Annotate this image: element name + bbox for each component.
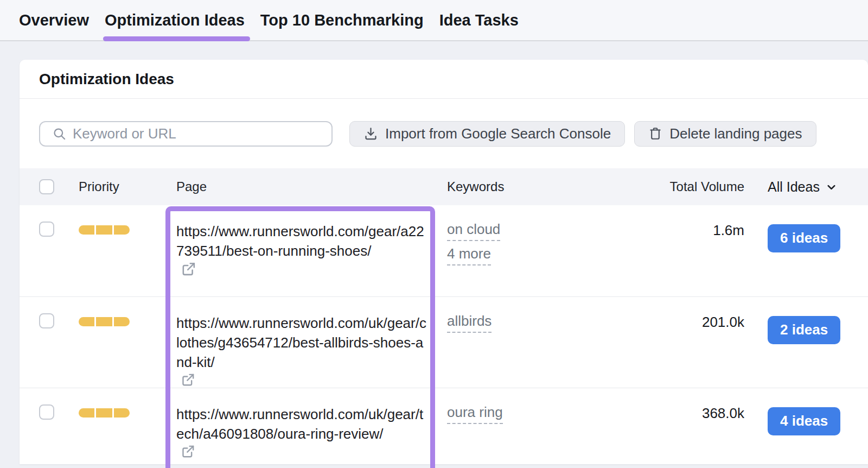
keyword-link[interactable]: on cloud: [447, 222, 500, 241]
delete-landing-pages-label: Delete landing pages: [669, 125, 802, 142]
priority-indicator: [79, 225, 130, 235]
external-link-icon[interactable]: [180, 261, 197, 277]
ideas-count-button[interactable]: 4 ideas: [768, 407, 840, 435]
total-volume-value: 201.0k: [610, 297, 744, 331]
tab-idea-tasks-label: Idea Tasks: [439, 11, 519, 29]
column-header-page: Page: [176, 179, 447, 194]
import-gsc-button[interactable]: Import from Google Search Console: [349, 121, 625, 147]
tab-top-10-benchmarking-label: Top 10 Benchmarking: [260, 11, 424, 29]
page-url[interactable]: https://www.runnersworld.com/gear/a22739…: [176, 222, 427, 277]
tab-optimization-ideas[interactable]: Optimization Ideas: [105, 0, 245, 40]
tab-overview[interactable]: Overview: [19, 0, 89, 40]
active-tab-underline: [103, 36, 250, 41]
table-row: https://www.runnersworld.com/uk/gear/clo…: [20, 296, 868, 388]
keyword-link[interactable]: allbirds: [447, 314, 492, 333]
delete-landing-pages-button[interactable]: Delete landing pages: [634, 121, 816, 147]
external-link-icon[interactable]: [180, 372, 196, 388]
optimization-ideas-card: Optimization Ideas Import from Google Se…: [20, 60, 868, 464]
toolbar: Import from Google Search Console Delete…: [20, 99, 868, 168]
search-input-wrapper[interactable]: [39, 121, 333, 147]
tab-idea-tasks[interactable]: Idea Tasks: [439, 0, 519, 40]
chevron-down-icon: [825, 181, 838, 193]
total-volume-value: 368.0k: [610, 388, 744, 422]
page-url[interactable]: https://www.runnersworld.com/uk/gear/clo…: [176, 313, 427, 388]
row-checkbox[interactable]: [39, 313, 54, 328]
keyword-link[interactable]: oura ring: [447, 405, 503, 424]
ideas-count-button[interactable]: 2 ideas: [768, 316, 840, 344]
search-input[interactable]: [73, 125, 322, 142]
priority-indicator: [79, 408, 130, 418]
table-header-row: Priority Page Keywords Total Volume All …: [20, 168, 868, 205]
import-gsc-label: Import from Google Search Console: [385, 125, 611, 142]
ideas-count-button[interactable]: 6 ideas: [768, 224, 840, 252]
optimization-ideas-screen: Overview Optimization Ideas Top 10 Bench…: [0, 0, 868, 468]
column-header-priority: Priority: [79, 179, 176, 194]
table-row: https://www.runnersworld.com/uk/gear/tec…: [20, 388, 868, 468]
page-title: Optimization Ideas: [39, 71, 174, 88]
total-volume-value: 1.6m: [610, 205, 744, 239]
row-checkbox[interactable]: [39, 222, 54, 237]
column-header-keywords: Keywords: [447, 179, 610, 194]
priority-indicator: [79, 317, 130, 326]
tab-overview-label: Overview: [19, 11, 89, 29]
ideas-filter-dropdown[interactable]: All Ideas: [744, 179, 848, 195]
ideas-filter-label: All Ideas: [768, 179, 820, 195]
tab-optimization-ideas-label: Optimization Ideas: [105, 11, 245, 29]
select-all-checkbox[interactable]: [39, 179, 54, 194]
download-icon: [363, 127, 378, 141]
search-icon: [52, 127, 67, 141]
tab-bar: Overview Optimization Ideas Top 10 Bench…: [0, 0, 868, 41]
card-header: Optimization Ideas: [20, 60, 868, 99]
trash-icon: [648, 127, 662, 141]
table-row: https://www.runnersworld.com/gear/a22739…: [20, 205, 868, 296]
column-header-total-volume: Total Volume: [610, 179, 744, 194]
tab-top-10-benchmarking[interactable]: Top 10 Benchmarking: [260, 0, 424, 40]
page-url[interactable]: https://www.runnersworld.com/uk/gear/tec…: [176, 404, 427, 459]
row-checkbox[interactable]: [39, 404, 54, 420]
keyword-more-link[interactable]: 4 more: [447, 246, 491, 265]
external-link-icon[interactable]: [180, 444, 196, 459]
